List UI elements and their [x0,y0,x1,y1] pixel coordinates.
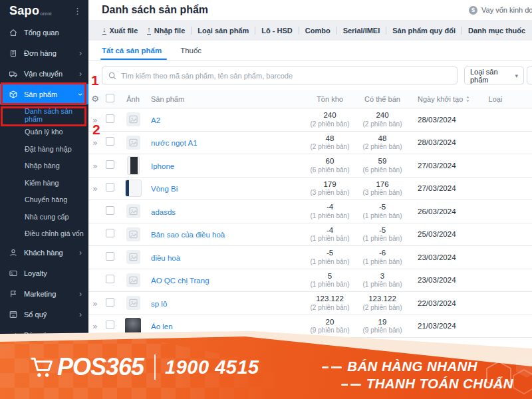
row-checkbox[interactable] [106,183,114,192]
product-link[interactable]: Vòng Bi [151,185,178,193]
available-cell: 48(2 phiên bản) [357,134,408,152]
clipboard-icon [9,49,18,58]
product-link[interactable]: Bản sao của điều hoà [151,231,225,239]
row-checkbox[interactable] [106,275,114,283]
product-link[interactable]: nước ngọt A1 [151,139,198,147]
import-file-button[interactable]: ↑ Nhập file [147,26,185,35]
row-checkbox[interactable] [106,298,114,307]
table-row[interactable]: ÁO QC chị Trang 5(1 phiên bản) 3(1 phiên… [88,269,532,293]
column-header-created[interactable]: Ngày khởi tạo [408,95,482,103]
sidebar-subitem-dat-hang-nhap[interactable]: Đặt hàng nhập [0,140,88,158]
truck-icon [9,69,18,78]
row-checkbox[interactable] [106,321,114,329]
table-row[interactable]: » nước ngọt A1 48(2 phiên bản) 48(2 phiê… [88,132,532,155]
product-type-filter-dropdown[interactable]: Loại sản phẩm ▾ [464,66,524,84]
sidebar-subitem-quan-ly-kho[interactable]: Quản lý kho [0,124,88,141]
table-header: ⚙ Ảnh Sản phẩm Tồn kho Có thể bán Ngày k… [88,90,532,108]
clipped-filter-dropdown[interactable]: N [527,66,532,84]
image-placeholder-icon [129,276,138,285]
product-thumbnail [126,227,140,241]
banner-divider [154,354,156,380]
table-row[interactable]: adasds -4(1 phiên bản) -5(1 phiên bản) 2… [88,200,532,223]
flag-icon [9,289,18,299]
image-placeholder-icon [129,138,138,147]
sidebar-item-loyalty[interactable]: Loyalty [0,263,88,283]
tab-all-products[interactable]: Tất cả sản phẩm [102,47,166,60]
image-placeholder-icon [129,230,138,239]
filter-row: Loại sản phẩm ▾ N [88,61,532,90]
table-row[interactable]: » A2 240(2 phiên bản) 240(2 phiên bản) 2… [88,108,532,132]
expand-row-icon[interactable]: » [92,184,98,194]
product-link[interactable]: A2 [151,116,160,124]
app-logo: Sapo omni ⋮ [0,0,88,22]
sidebar-subitem-nhap-hang[interactable]: Nhập hàng [0,158,88,175]
expand-row-icon[interactable]: » [92,115,98,125]
row-checkbox[interactable] [106,137,114,146]
toolbar-separator [462,27,462,35]
person-icon [9,248,18,257]
row-checkbox[interactable] [106,252,114,261]
image-placeholder-icon [129,115,138,124]
table-row[interactable]: » sp lô 123.122(2 phiên bản) 123.122(2 p… [88,292,532,315]
table-row[interactable]: » Vòng Bi 179(3 phiên bản) 176(3 phiên b… [88,178,532,201]
product-link[interactable]: ÁO QC chị Trang [151,277,209,285]
row-checkbox[interactable] [106,160,114,169]
sidebar-item-label: Vận chuyển [24,70,63,78]
sidebar-subitem-kiem-hang[interactable]: Kiểm hàng [0,174,88,192]
column-header-product: Sản phẩm [148,95,303,103]
sidebar-subitem-chuyen-hang[interactable]: Chuyển hàng [0,192,88,209]
expand-row-icon[interactable]: » [92,161,98,171]
sidebar-item-san-pham[interactable]: Sản phẩm › [0,84,88,104]
sidebar-menu-kebab-icon[interactable]: ⋮ [73,6,82,16]
sidebar-item-so-quy[interactable]: Sổ quỹ › [0,304,88,325]
converted-product-button[interactable]: Sản phẩm quy đổi [392,27,456,35]
loan-link-label: Vay vốn kinh do [481,6,532,14]
stock-cell: 179(3 phiên bản) [303,180,357,198]
table-settings-gear-icon[interactable]: ⚙ [88,94,102,104]
sidebar-subitem-danh-sach-san-pham[interactable]: Danh sách sản phẩm [0,106,88,124]
banner-slogan: BÁN HÀNG NHANH THANH TOÁN CHUẨN [322,358,513,392]
select-all-checkbox[interactable] [106,94,114,102]
row-checkbox[interactable] [106,114,114,123]
sidebar-item-don-hang[interactable]: Đơn hàng › [0,43,88,63]
row-checkbox[interactable] [106,206,114,215]
banner-brand-name: POS365 [57,353,144,381]
product-thumbnail [127,156,140,175]
product-link[interactable]: điều hoà [151,254,180,262]
sidebar-subitem-dieu-chinh-gia-von[interactable]: Điều chỉnh giá vốn [0,225,88,243]
sidebar-subitem-nha-cung-cap[interactable]: Nhà cung cấp [0,208,88,225]
expand-row-icon[interactable]: » [92,299,98,309]
search-box[interactable] [102,66,458,84]
tab-thuoc[interactable]: Thuốc [180,47,205,60]
combo-button[interactable]: Combo [305,27,331,35]
product-type-button[interactable]: Loại sản phẩm [198,27,249,35]
product-link[interactable]: adasds [151,208,176,216]
chevron-right-icon: › [79,249,82,257]
drug-category-button[interactable]: Danh mục thuốc [468,27,525,35]
sort-icon [466,96,470,102]
sidebar-item-label: Sản phẩm [24,90,57,98]
product-thumbnail [126,136,140,150]
table-row[interactable]: Bản sao của điều hoà -4(1 phiên bản) -5(… [88,223,532,247]
product-thumbnail [126,204,140,218]
export-file-button[interactable]: ↓ Xuất file [102,26,138,35]
table-row[interactable]: điều hoà -5(1 phiên bản) -6(1 phiên bản)… [88,246,532,269]
stock-cell: 123.122(2 phiên bản) [303,294,357,312]
search-input[interactable] [121,72,451,80]
loan-link[interactable]: $ Vay vốn kinh do [469,0,532,20]
product-link[interactable]: Iphone [151,162,174,170]
sidebar-item-van-chuyen[interactable]: Vận chuyển › [0,63,88,84]
product-link[interactable]: sp lô [151,300,167,308]
lot-hsd-button[interactable]: Lô - HSD [261,27,292,35]
dollar-coin-icon: $ [469,6,477,15]
sidebar-item-khach-hang[interactable]: Khách hàng › [0,242,88,263]
row-checkbox[interactable] [106,229,114,237]
speed-dash-decor [341,384,361,386]
expand-row-icon[interactable]: » [92,138,98,148]
serial-imei-button[interactable]: Serial/IMEI [343,27,380,35]
sidebar-item-label: Marketing [24,290,56,298]
sidebar-item-marketing[interactable]: Marketing › [0,283,88,304]
available-cell: -6(1 phiên bản) [357,248,408,266]
sidebar-item-tong-quan[interactable]: Tổng quan [0,22,88,43]
table-row[interactable]: » Iphone 60(6 phiên bản) 59(6 phiên bản)… [88,154,532,178]
